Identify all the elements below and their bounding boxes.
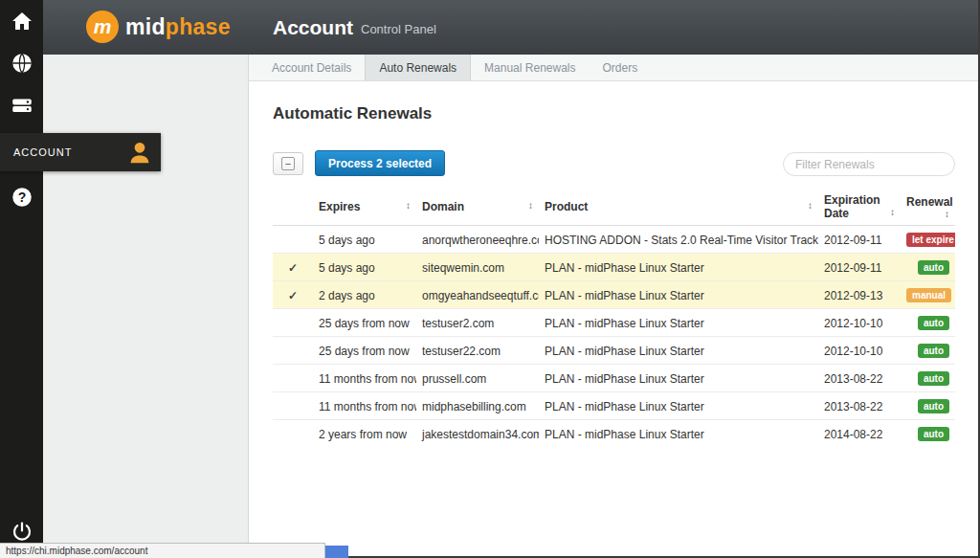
row-expiration-date: 2013-08-22 xyxy=(818,392,901,420)
row-expires: 2 days ago xyxy=(313,281,416,309)
column-header-expiration-date[interactable]: Expiration Date↕ xyxy=(818,189,901,226)
renewal-badge[interactable]: auto xyxy=(918,344,949,358)
row-expiration-date: 2012-10-10 xyxy=(818,337,901,365)
row-check-cell[interactable] xyxy=(273,420,313,448)
row-product: PLAN - midPhase Linux Starter xyxy=(539,420,818,448)
sort-icon[interactable]: ↕ xyxy=(890,207,895,217)
main-content: Automatic Renewals − Process 2 selected … xyxy=(249,81,980,558)
tab-auto-renewals[interactable]: Auto Renewals xyxy=(365,55,471,80)
check-icon: ✓ xyxy=(288,261,298,275)
column-header-product[interactable]: Product↕ xyxy=(539,189,818,226)
tab-orders[interactable]: Orders xyxy=(589,55,651,80)
sort-icon[interactable]: ↕ xyxy=(808,200,813,211)
renewal-badge[interactable]: auto xyxy=(918,260,949,275)
sort-icon[interactable]: ↕ xyxy=(945,209,949,219)
row-expires: 25 days from now xyxy=(313,337,416,365)
sort-icon[interactable]: ↕ xyxy=(406,200,411,211)
table-row[interactable]: 2 years from nowjakestestdomain34.comPLA… xyxy=(273,420,955,448)
table-row[interactable]: 5 days agoanorqwtheroneeqhre.comHOSTING … xyxy=(273,226,955,254)
select-toggle-button[interactable]: − xyxy=(273,152,303,175)
renewal-badge[interactable]: auto xyxy=(918,399,949,413)
renewal-badge[interactable]: manual xyxy=(906,288,951,302)
globe-button[interactable] xyxy=(0,42,43,84)
server-button[interactable] xyxy=(0,84,43,126)
column-header-renewal[interactable]: Renewal↕ xyxy=(901,189,955,226)
row-expiration-date: 2012-10-10 xyxy=(818,309,901,337)
row-check-cell[interactable] xyxy=(273,309,313,337)
svg-text:?: ? xyxy=(17,190,26,205)
globe-icon xyxy=(10,51,34,76)
process-selected-button[interactable]: Process 2 selected xyxy=(315,150,445,176)
row-domain: testuser2.com xyxy=(416,309,539,337)
row-expires: 25 days from now xyxy=(313,309,416,337)
renewal-badge[interactable]: auto xyxy=(918,316,949,330)
midphase-logo[interactable]: m midphase xyxy=(86,11,231,43)
row-product: PLAN - midPhase Linux Starter xyxy=(539,337,818,365)
row-renewal-cell: auto xyxy=(901,365,955,392)
check-icon: ✓ xyxy=(288,289,298,302)
column-header-domain[interactable]: Domain↕ xyxy=(416,189,539,226)
help-icon: ? xyxy=(10,185,34,210)
tab-manual-renewals[interactable]: Manual Renewals xyxy=(471,55,589,80)
sort-icon[interactable]: ↕ xyxy=(528,200,533,211)
row-renewal-cell: auto xyxy=(901,254,955,281)
row-check-cell[interactable]: ✓ xyxy=(273,281,313,309)
help-button[interactable]: ? xyxy=(0,176,43,218)
table-row[interactable]: ✓2 days agoomgyeahandseeqtuff.comPLAN - … xyxy=(273,281,955,309)
row-renewal-cell: let expire xyxy=(901,226,955,254)
row-product: PLAN - midPhase Linux Starter xyxy=(539,309,818,337)
row-expiration-date: 2013-08-22 xyxy=(818,365,901,392)
table-row[interactable]: 25 days from nowtestuser2.comPLAN - midP… xyxy=(273,309,955,337)
row-renewal-cell: manual xyxy=(901,281,955,309)
column-label: Expires xyxy=(319,200,360,213)
table-row[interactable]: ✓5 days agositeqwemin.comPLAN - midPhase… xyxy=(273,254,955,281)
renewal-badge[interactable]: auto xyxy=(918,427,949,441)
home-icon xyxy=(11,10,33,33)
filter-renewals-input[interactable] xyxy=(783,152,955,176)
renewals-table-wrap: Expires↕Domain↕Product↕Expiration Date↕R… xyxy=(273,189,955,447)
column-header-check xyxy=(273,189,313,226)
column-label: Renewal xyxy=(906,195,953,209)
server-icon xyxy=(10,93,34,118)
page-subtitle: Control Panel xyxy=(361,18,436,36)
table-row[interactable]: 25 days from nowtestuser22.comPLAN - mid… xyxy=(273,337,955,365)
user-icon xyxy=(125,138,154,167)
row-domain: omgyeahandseeqtuff.com xyxy=(416,281,539,309)
row-expires: 2 years from now xyxy=(313,420,416,448)
account-flag-label: ACCOUNT xyxy=(13,146,72,158)
column-label: Product xyxy=(545,200,588,213)
row-domain: midphasebilling.com xyxy=(416,392,539,420)
table-row[interactable]: 11 months from nowmidphasebilling.comPLA… xyxy=(273,392,955,420)
renewals-table: Expires↕Domain↕Product↕Expiration Date↕R… xyxy=(273,189,955,447)
row-domain: testuser22.com xyxy=(416,337,539,365)
column-header-expires[interactable]: Expires↕ xyxy=(313,189,416,226)
row-expires: 5 days ago xyxy=(313,254,416,281)
column-label: Expiration Date xyxy=(824,193,880,220)
home-button[interactable] xyxy=(0,0,43,42)
row-expires: 5 days ago xyxy=(313,226,416,254)
row-expiration-date: 2012-09-11 xyxy=(818,254,901,281)
power-icon xyxy=(11,520,33,543)
row-product: PLAN - midPhase Linux Starter xyxy=(539,254,818,281)
row-check-cell[interactable]: ✓ xyxy=(273,254,313,281)
status-fragment xyxy=(325,546,348,558)
row-renewal-cell: auto xyxy=(901,337,955,365)
row-expiration-date: 2012-09-11 xyxy=(818,226,901,254)
row-check-cell[interactable] xyxy=(273,226,313,254)
sidebar: ? xyxy=(0,0,43,558)
row-domain: anorqwtheroneeqhre.com xyxy=(416,226,539,254)
renewal-badge[interactable]: let expire xyxy=(906,233,955,247)
minus-icon: − xyxy=(281,157,295,170)
row-check-cell[interactable] xyxy=(273,365,313,392)
table-row[interactable]: 11 months from nowprussell.comPLAN - mid… xyxy=(273,365,955,392)
row-expires: 11 months from now xyxy=(313,392,416,420)
renewal-badge[interactable]: auto xyxy=(918,371,949,386)
tab-account-details[interactable]: Account Details xyxy=(258,55,365,80)
row-product: HOSTING ADDON - Stats 2.0 Real-Time Visi… xyxy=(539,226,818,254)
account-flag[interactable]: ACCOUNT xyxy=(0,133,161,171)
row-check-cell[interactable] xyxy=(273,337,313,365)
row-expires: 11 months from now xyxy=(313,365,416,392)
status-url: https://chi.midphase.com/account xyxy=(0,543,325,558)
row-domain: jakestestdomain34.com xyxy=(416,420,539,448)
row-check-cell[interactable] xyxy=(273,392,313,420)
